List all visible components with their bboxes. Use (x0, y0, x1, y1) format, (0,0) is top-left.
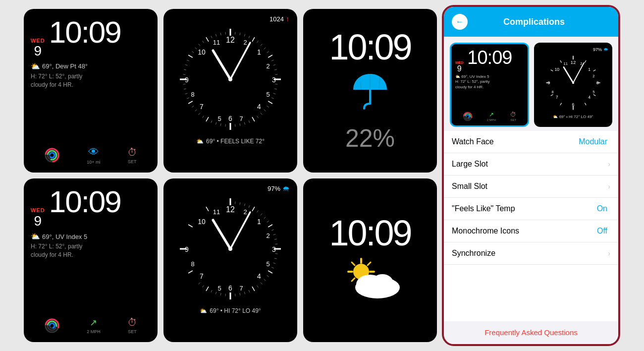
svg-line-119 (274, 258, 277, 259)
svg-point-199 (572, 82, 574, 84)
settings-synchronize[interactable]: Synchronize › (444, 242, 618, 265)
svg-line-12 (206, 117, 209, 121)
settings-large-slot[interactable]: Large Slot › (444, 153, 618, 176)
preview-card-2[interactable]: 97% 🌧 (534, 43, 612, 127)
svg-line-38 (249, 120, 250, 123)
svg-line-57 (187, 60, 189, 61)
svg-line-120 (273, 263, 276, 264)
svg-text:2: 2 (243, 39, 247, 46)
preview2-rain-icon: 🌧 (603, 47, 608, 52)
svg-text:7: 7 (200, 272, 204, 280)
svg-line-130 (225, 294, 226, 296)
svg-text:11: 11 (563, 61, 567, 66)
svg-line-151 (213, 220, 230, 249)
wf2-weather-text: 69° • FEELS LIKE 72° (206, 138, 265, 145)
preview2-battery: 97% (593, 47, 602, 52)
svg-text:5: 5 (217, 285, 221, 292)
settings-large-slot-label: Large Slot (452, 160, 608, 169)
svg-line-6 (252, 37, 255, 42)
svg-text:8: 8 (551, 90, 553, 94)
svg-line-39 (244, 122, 245, 125)
phone-panel: ← Complications WED 9 10:09 ⛅ 69°, UV (442, 5, 620, 346)
svg-line-112 (264, 217, 266, 219)
wf1-visibility-label: 10+ mi (87, 160, 100, 165)
wf1-timer-label: SET (128, 159, 137, 164)
svg-line-50 (187, 98, 189, 99)
svg-line-107 (240, 202, 240, 205)
wf1-date: 9 (34, 44, 42, 59)
svg-text:4: 4 (257, 103, 261, 111)
svg-line-63 (215, 34, 216, 37)
settings-monochrome-value: Off (597, 227, 607, 235)
svg-line-45 (211, 120, 212, 123)
wf1-complications: 👁 10+ mi ⏱ SET (31, 146, 151, 165)
svg-text:2: 2 (580, 61, 582, 66)
svg-line-133 (211, 290, 212, 292)
preview-card-1[interactable]: WED 9 10:09 ⛅ 69°, UV Index 5 H: 72° L: … (450, 43, 529, 127)
svg-text:12: 12 (226, 205, 235, 214)
svg-line-121 (271, 267, 274, 268)
settings-feels-like-label: "Feels Like" Temp (452, 204, 597, 213)
umbrella-icon (350, 70, 390, 119)
svg-line-161 (368, 262, 371, 265)
settings-feels-like-value: On (597, 204, 607, 213)
wf5-weather-text: 69° • HI 72° LO 49° (210, 307, 261, 314)
partly-cloudy-svg (335, 256, 405, 300)
svg-line-109 (249, 205, 250, 208)
watch-face-2: 1024 ↑ (163, 9, 297, 173)
preview2-weather-text: ⛅ 69° • HI 72° LO 49° (538, 115, 608, 119)
svg-line-18 (235, 32, 236, 35)
svg-line-34 (267, 106, 269, 107)
svg-line-97 (268, 271, 272, 273)
synchronize-chevron-icon: › (608, 249, 610, 257)
svg-text:2: 2 (592, 74, 594, 78)
wf1-weather-main: ⛅ 69°, Dew Pt 48° (31, 62, 151, 71)
svg-line-64 (220, 33, 221, 35)
faq-link[interactable]: Frequently Asked Questions (484, 328, 578, 337)
settings-monochrome[interactable]: Monochrome Icons Off (444, 220, 618, 242)
umbrella-svg (350, 70, 390, 110)
wf4-weather-main: ⛅ 69°, UV Index 5 (31, 232, 151, 241)
svg-line-9 (268, 101, 272, 104)
preview2-clock: 12 1 3 4 6 7 9 10 11 2 2 5 8 (543, 53, 603, 113)
svg-text:3: 3 (272, 76, 276, 84)
svg-line-10 (252, 117, 255, 121)
svg-line-95 (268, 225, 272, 227)
wf5-bottom-weather: ⛅ 69° • HI 72° LO 49° (200, 307, 261, 314)
svg-line-49 (192, 106, 194, 107)
svg-text:1: 1 (257, 218, 261, 226)
wf5-battery: 97% (268, 185, 280, 192)
svg-text:7: 7 (556, 95, 558, 100)
svg-line-124 (261, 283, 262, 285)
svg-text:4: 4 (588, 95, 590, 100)
svg-text:2: 2 (243, 208, 247, 216)
preview1-comp-activity (463, 112, 473, 121)
svg-point-165 (372, 274, 393, 292)
svg-text:8: 8 (191, 91, 194, 98)
svg-line-127 (244, 292, 245, 294)
activity-rings-icon (44, 147, 60, 163)
wf1-time: 10:09 (49, 17, 121, 48)
svg-text:5: 5 (266, 91, 269, 98)
svg-line-134 (203, 286, 204, 288)
svg-text:5: 5 (266, 260, 269, 268)
wf4-date: 9 (34, 213, 42, 229)
svg-line-59 (195, 48, 197, 49)
svg-line-62 (211, 36, 212, 38)
svg-line-52 (184, 89, 186, 89)
settings-small-slot[interactable]: Small Slot › (444, 176, 618, 198)
preview1-date: 9 (457, 64, 462, 73)
settings-feels-like[interactable]: "Feels Like" Temp On (444, 198, 618, 220)
wf5-analog-clock: 12 1 3 4 6 7 9 10 11 2 2 5 7 5 8 (176, 194, 285, 303)
back-button[interactable]: ← (452, 14, 468, 30)
settings-watch-face[interactable]: Watch Face Modular (444, 131, 618, 153)
watch-grid: WED 9 10:09 ⛅ 69°, Dew Pt 48° H: 72° L: … (24, 9, 437, 342)
wf4-day: WED (31, 207, 45, 213)
wf2-top-info: 1024 ↑ (167, 13, 293, 23)
preview1-day: WED (455, 61, 463, 64)
watch-face-6: 10:09 (303, 178, 437, 342)
svg-text:9: 9 (185, 76, 189, 84)
svg-line-103 (188, 225, 193, 227)
wf5-top-info: 97% 🌧 (167, 182, 293, 192)
svg-text:5: 5 (592, 90, 594, 94)
